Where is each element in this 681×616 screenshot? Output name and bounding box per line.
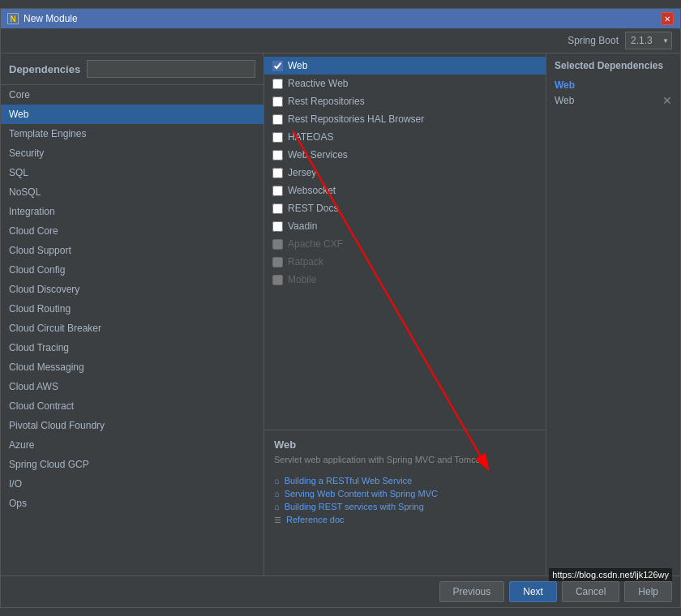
list-item-hateoas[interactable]: HATEOAS [264, 128, 546, 146]
link-label-restful: Building a RESTful Web Service [285, 476, 413, 486]
label-websocket: Websocket [288, 185, 336, 196]
list-item-reactive-web[interactable]: Reactive Web [264, 75, 546, 92]
list-item-web[interactable]: Web [264, 57, 546, 75]
spring-boot-label: Spring Boot [568, 35, 619, 46]
spring-boot-select-wrapper: 2.1.3 2.1.2 2.0.8 1.5.19 [625, 32, 672, 49]
checkbox-rest-repositories-hal[interactable] [272, 114, 283, 125]
help-button[interactable]: Help [624, 581, 672, 602]
label-web-services: Web Services [288, 149, 348, 160]
sidebar-item-cloud-support[interactable]: Cloud Support [1, 241, 263, 260]
sidebar-item-pivotal-cloud-foundry[interactable]: Pivotal Cloud Foundry [1, 416, 263, 435]
sidebar-item-ops[interactable]: Ops [1, 494, 263, 513]
link-serving-web[interactable]: ⌂ Serving Web Content with Spring MVC [274, 489, 536, 498]
right-panel: Selected Dependencies Web Web ✕ [546, 53, 680, 575]
checkbox-mobile [272, 275, 283, 285]
sidebar-item-nosql[interactable]: NoSQL [1, 182, 263, 202]
link-label-rest: Building REST services with Spring [285, 502, 424, 511]
checkbox-apache-cxf [272, 239, 283, 250]
main-content: Dependencies Core Web Template Engines S… [1, 53, 680, 575]
selected-dep-category: Web [555, 79, 672, 91]
label-web: Web [288, 60, 307, 71]
link-reference-doc[interactable]: ☰ Reference doc [274, 515, 536, 524]
sidebar-item-core[interactable]: Core [1, 85, 263, 105]
deps-header: Dependencies [1, 53, 263, 85]
new-module-window: N New Module ✕ Spring Boot 2.1.3 2.1.2 2… [0, 8, 681, 608]
list-item-apache-cxf: Apache CXF [264, 235, 546, 253]
close-button[interactable]: ✕ [661, 12, 674, 25]
label-hateoas: HATEOAS [288, 131, 333, 143]
next-button[interactable]: Next [509, 581, 557, 602]
window-icon: N [7, 13, 19, 24]
spring-boot-select[interactable]: 2.1.3 2.1.2 2.0.8 1.5.19 [625, 32, 672, 49]
guide-icon-3: ⌂ [274, 502, 280, 511]
sidebar-item-azure[interactable]: Azure [1, 435, 263, 455]
list-item-rest-repositories-hal[interactable]: Rest Repositories HAL Browser [264, 110, 546, 128]
selected-dep-item-web: Web ✕ [555, 94, 672, 107]
checkbox-web-services[interactable] [272, 150, 283, 160]
left-panel: Dependencies Core Web Template Engines S… [1, 53, 264, 575]
info-description: Servlet web application with Spring MVC … [274, 454, 536, 466]
checkbox-rest-repositories[interactable] [272, 96, 283, 107]
sidebar-item-cloud-contract[interactable]: Cloud Contract [1, 396, 263, 416]
checkbox-websocket[interactable] [272, 186, 283, 196]
guide-icon-1: ⌂ [274, 476, 280, 486]
title-bar-left: N New Module [7, 13, 78, 24]
info-title: Web [274, 438, 536, 451]
reference-icon: ☰ [274, 515, 281, 524]
link-building-restful[interactable]: ⌂ Building a RESTful Web Service [274, 476, 536, 486]
list-item-vaadin[interactable]: Vaadin [264, 217, 546, 235]
list-item-jersey[interactable]: Jersey [264, 164, 546, 182]
checkbox-ratpack [272, 257, 283, 267]
selected-dep-name: Web [555, 95, 574, 106]
checkbox-reactive-web[interactable] [272, 79, 283, 89]
checkbox-rest-docs[interactable] [272, 203, 283, 214]
link-label-serving: Serving Web Content with Spring MVC [285, 489, 438, 498]
list-item-rest-docs[interactable]: REST Docs [264, 199, 546, 217]
label-rest-repositories: Rest Repositories [288, 96, 365, 107]
label-rest-docs: REST Docs [288, 203, 338, 214]
search-input[interactable] [87, 60, 255, 78]
sidebar-item-security[interactable]: Security [1, 143, 263, 163]
title-bar: N New Module ✕ [1, 9, 680, 28]
info-panel: Web Servlet web application with Spring … [264, 430, 546, 575]
remove-dep-button[interactable]: ✕ [662, 94, 672, 107]
sidebar-item-cloud-core[interactable]: Cloud Core [1, 221, 263, 241]
spring-boot-row: Spring Boot 2.1.3 2.1.2 2.0.8 1.5.19 [1, 28, 680, 53]
previous-button[interactable]: Previous [439, 581, 505, 602]
link-building-rest[interactable]: ⌂ Building REST services with Spring [274, 502, 536, 511]
sidebar-item-cloud-aws[interactable]: Cloud AWS [1, 377, 263, 396]
category-list: Core Web Template Engines Security SQL N… [1, 85, 263, 575]
label-vaadin: Vaadin [288, 220, 317, 232]
sidebar-item-cloud-tracing[interactable]: Cloud Tracing [1, 338, 263, 357]
list-item-ratpack: Ratpack [264, 253, 546, 271]
selected-deps-title: Selected Dependencies [555, 60, 672, 71]
list-item-mobile: Mobile [264, 271, 546, 289]
sidebar-item-integration[interactable]: Integration [1, 202, 263, 221]
sidebar-item-cloud-discovery[interactable]: Cloud Discovery [1, 280, 263, 299]
window-title: New Module [24, 13, 78, 24]
sidebar-item-io[interactable]: I/O [1, 474, 263, 494]
sidebar-item-template-engines[interactable]: Template Engines [1, 124, 263, 143]
checkbox-vaadin[interactable] [272, 221, 283, 232]
label-jersey: Jersey [288, 167, 316, 178]
list-item-web-services[interactable]: Web Services [264, 146, 546, 164]
info-links: ⌂ Building a RESTful Web Service ⌂ Servi… [274, 476, 536, 524]
footer: Previous Next Cancel Help [1, 575, 680, 607]
sidebar-item-cloud-messaging[interactable]: Cloud Messaging [1, 357, 263, 377]
list-item-rest-repositories[interactable]: Rest Repositories [264, 92, 546, 110]
cancel-button[interactable]: Cancel [562, 581, 619, 602]
checkbox-web[interactable] [272, 61, 283, 71]
sidebar-item-web[interactable]: Web [1, 105, 263, 124]
sidebar-item-cloud-routing[interactable]: Cloud Routing [1, 299, 263, 319]
label-reactive-web: Reactive Web [288, 78, 348, 89]
checkbox-jersey[interactable] [272, 168, 283, 178]
list-item-websocket[interactable]: Websocket [264, 182, 546, 199]
deps-label: Dependencies [9, 63, 80, 75]
checkbox-hateoas[interactable] [272, 132, 283, 143]
sidebar-item-sql[interactable]: SQL [1, 163, 263, 182]
sidebar-item-cloud-circuit-breaker[interactable]: Cloud Circuit Breaker [1, 319, 263, 338]
sidebar-item-spring-cloud-gcp[interactable]: Spring Cloud GCP [1, 455, 263, 474]
link-label-reference: Reference doc [286, 515, 345, 524]
label-rest-repositories-hal: Rest Repositories HAL Browser [288, 113, 424, 125]
sidebar-item-cloud-config[interactable]: Cloud Config [1, 260, 263, 280]
